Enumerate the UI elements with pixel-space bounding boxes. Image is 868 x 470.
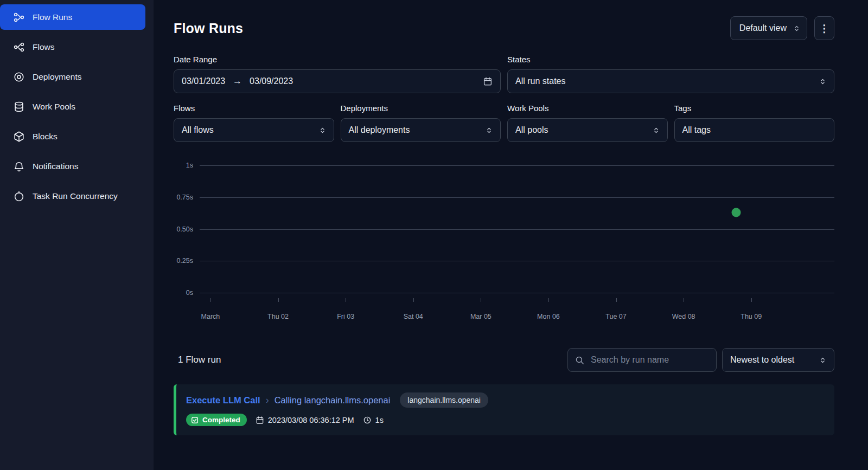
date-range-start[interactable]: 03/01/2023 [182, 76, 225, 86]
arrow-right-icon: → [233, 76, 242, 87]
run-duration: 1s [363, 416, 384, 424]
x-axis-tick-label: Thu 02 [267, 313, 289, 320]
x-axis-tick-mark [751, 298, 752, 302]
state-label: Completed [202, 416, 240, 424]
run-card-header: Execute LLM Call › Calling langchain.llm… [186, 392, 824, 408]
sidebar-item-task-run-concurrency[interactable]: Task Run Concurrency [0, 183, 154, 209]
filter-deployments: Deployments All deployments [341, 104, 501, 142]
filter-date-range: Date Range 03/01/2023 → 03/09/2023 [174, 55, 501, 93]
kebab-menu-button[interactable]: ⋮ [814, 16, 834, 40]
kebab-icon: ⋮ [819, 22, 829, 35]
chevron-updown-icon [319, 127, 326, 134]
chart-points [200, 165, 834, 293]
x-axis-tick-label: Fri 03 [337, 313, 354, 320]
x-axis-tick-mark [413, 298, 414, 302]
y-axis-tick-label: 0.25s [176, 257, 193, 265]
sidebar-item-label: Task Run Concurrency [33, 191, 118, 201]
chevron-updown-icon [486, 127, 493, 134]
search-box[interactable] [567, 348, 717, 372]
flows-label: Flows [174, 104, 334, 113]
filter-tags: Tags All tags [674, 104, 835, 142]
results-bar: 1 Flow run Newest to oldest [174, 348, 834, 372]
work-pools-icon [13, 101, 25, 113]
run-card-meta: Completed 2023/03/08 06:36:12 PM 1s [186, 414, 824, 426]
flow-name-link[interactable]: Execute LLM Call [186, 395, 260, 405]
clock-icon [363, 416, 372, 424]
x-axis-tick-mark [346, 298, 346, 302]
flows-select[interactable]: All flows [174, 118, 334, 142]
states-label: States [507, 55, 834, 64]
work-pools-value: All pools [515, 125, 548, 135]
page-header: Flow Runs Default view ⋮ [174, 16, 834, 40]
flow-run-point[interactable] [732, 208, 741, 217]
filter-states: States All run states [507, 55, 834, 93]
date-range-label: Date Range [174, 55, 501, 64]
task-run-concurrency-icon [13, 190, 25, 202]
filter-flows: Flows All flows [174, 104, 334, 142]
sort-select[interactable]: Newest to oldest [722, 348, 834, 372]
date-range-input[interactable]: 03/01/2023 → 03/09/2023 [174, 69, 501, 93]
sidebar-item-blocks[interactable]: Blocks [0, 124, 154, 149]
y-axis-tick-label: 0s [186, 289, 193, 297]
notifications-icon [13, 160, 25, 172]
sidebar-item-label: Flow Runs [33, 12, 72, 22]
search-input[interactable] [590, 355, 709, 365]
sidebar-item-work-pools[interactable]: Work Pools [0, 94, 154, 119]
sidebar-item-flow-runs[interactable]: Flow Runs [0, 4, 145, 30]
state-badge[interactable]: Completed [186, 414, 247, 426]
run-name-link[interactable]: Calling langchain.llms.openai [275, 395, 391, 405]
chevron-updown-icon [653, 127, 660, 134]
deployments-icon [13, 71, 25, 83]
states-select[interactable]: All run states [507, 69, 834, 93]
tags-value: All tags [682, 125, 711, 135]
filters-row-2: Flows All flows Deployments All deployme… [174, 104, 834, 142]
sidebar-item-flows[interactable]: Flows [0, 34, 154, 60]
x-axis-tick-label: Sat 04 [404, 313, 423, 320]
sidebar-item-label: Blocks [33, 132, 58, 141]
deployments-label: Deployments [341, 104, 501, 113]
x-axis-tick-mark [616, 298, 617, 302]
blocks-icon [13, 131, 25, 143]
date-range-end[interactable]: 03/09/2023 [250, 76, 293, 86]
sidebar-item-notifications[interactable]: Notifications [0, 153, 154, 179]
deployments-select[interactable]: All deployments [341, 118, 501, 142]
flow-run-count: 1 Flow run [174, 355, 221, 365]
states-value: All run states [515, 76, 565, 86]
tag-chip[interactable]: langchain.llms.openai [400, 392, 488, 408]
x-axis-tick-label: Thu 09 [741, 313, 762, 320]
view-selector[interactable]: Default view [730, 16, 807, 40]
x-axis-tick-mark [548, 298, 549, 302]
calendar-icon[interactable] [483, 76, 493, 86]
filter-work-pools: Work Pools All pools [507, 104, 668, 142]
y-axis-tick-label: 0.50s [176, 226, 193, 233]
x-axis-tick-label: Wed 08 [672, 313, 695, 320]
sort-value: Newest to oldest [730, 355, 794, 365]
x-axis-tick-label: March [201, 313, 220, 320]
y-axis-tick-label: 1s [186, 162, 193, 169]
flow-run-card[interactable]: Execute LLM Call › Calling langchain.llm… [174, 384, 834, 435]
results-controls: Newest to oldest [567, 348, 834, 372]
x-axis-tick-mark [684, 298, 684, 302]
plot-wrap: MarchThu 02Fri 03Sat 04Mar 05Mon 06Tue 0… [200, 165, 834, 330]
work-pools-select[interactable]: All pools [507, 118, 668, 142]
deployments-value: All deployments [349, 125, 410, 135]
flow-runs-icon [13, 11, 25, 23]
filters-row-1: Date Range 03/01/2023 → 03/09/2023 State… [174, 55, 834, 93]
chart-gridline [200, 293, 834, 293]
y-axis-tick-label: 0.75s [176, 194, 193, 201]
x-axis-tick-label: Mar 05 [470, 313, 492, 320]
y-axis-labels: 1s0.75s0.50s0.25s0s [174, 165, 200, 293]
plot-area [200, 165, 834, 293]
breadcrumb-separator-icon: › [266, 395, 269, 405]
main-content: Flow Runs Default view ⋮ Date Range 03/0… [154, 0, 868, 470]
sidebar-item-label: Work Pools [33, 102, 75, 112]
work-pools-label: Work Pools [507, 104, 668, 113]
tags-input[interactable]: All tags [674, 118, 835, 142]
tags-label: Tags [674, 104, 835, 113]
header-actions: Default view ⋮ [730, 16, 834, 40]
sidebar-item-deployments[interactable]: Deployments [0, 64, 154, 89]
flows-icon [13, 41, 25, 53]
page-title: Flow Runs [174, 21, 243, 36]
x-axis-tick-mark [278, 298, 279, 302]
flow-run-duration-chart: 1s0.75s0.50s0.25s0s MarchThu 02Fri 03Sat… [174, 165, 834, 330]
